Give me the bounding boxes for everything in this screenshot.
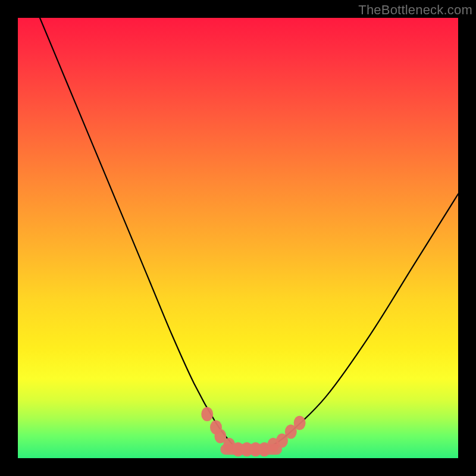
highlight-marker: [294, 416, 306, 430]
plot-area: [18, 18, 458, 458]
chart-frame: TheBottleneck.com: [0, 0, 476, 476]
watermark-text: TheBottleneck.com: [358, 2, 472, 18]
bottleneck-curve: [40, 18, 458, 450]
highlight-marker: [201, 407, 213, 421]
curve-svg: [18, 18, 458, 458]
highlight-markers: [201, 407, 305, 456]
